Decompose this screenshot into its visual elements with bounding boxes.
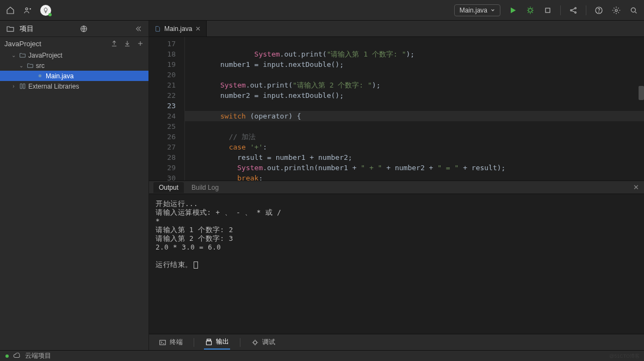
assistant-icon[interactable] <box>40 5 51 16</box>
bottom-tab-debug[interactable]: 调试 <box>250 335 276 349</box>
bottom-tab-terminal-label: 终端 <box>170 338 183 347</box>
svg-point-7 <box>599 11 599 12</box>
cloud-icon <box>13 352 21 360</box>
chevron-icon: ⌄ <box>11 52 16 58</box>
project-toolbar: JavaProject <box>0 37 148 50</box>
code-editor[interactable]: 171819202122232425262728293031 System.ou… <box>149 37 644 180</box>
java-icon <box>36 73 44 79</box>
svg-point-9 <box>631 8 635 12</box>
chevron-down-icon <box>491 8 495 13</box>
web-icon[interactable] <box>79 24 89 34</box>
main-area: 项目 JavaProject ⌄JavaProject⌄srcMain.java… <box>0 21 644 350</box>
code-content[interactable]: System.out.print("请输入第 1 个数字: "); number… <box>185 37 644 180</box>
upload-icon[interactable] <box>110 40 118 47</box>
sidebar-header: 项目 <box>0 21 148 37</box>
bottom-tab-debug-label: 调试 <box>262 338 275 347</box>
svg-point-8 <box>615 9 617 11</box>
tree-row[interactable]: ⌄JavaProject <box>0 50 148 60</box>
bottom-tab-output-label: 输出 <box>216 337 229 346</box>
share-icon[interactable] <box>568 5 578 15</box>
svg-point-11 <box>38 74 41 78</box>
collapse-sidebar-icon[interactable] <box>133 24 143 34</box>
lib-icon <box>18 83 26 90</box>
terminal-icon <box>159 339 166 346</box>
project-tree[interactable]: ⌄JavaProject⌄srcMain.java›External Libra… <box>0 50 148 350</box>
panel-tab-output[interactable]: Output <box>153 182 184 193</box>
panel-close-icon[interactable]: ✕ <box>633 183 640 191</box>
scrollbar-thumb[interactable] <box>639 86 644 100</box>
tree-row[interactable]: ›External Libraries <box>0 81 148 91</box>
collaborators-icon[interactable] <box>23 5 33 15</box>
status-bar: 云端项目 <box>0 350 644 361</box>
close-tab-icon[interactable]: ✕ <box>195 25 201 33</box>
output-panel: Output Build Log ✕ 开始运行... 请输入运算模式: + 、 … <box>149 180 644 334</box>
terminal-cursor <box>194 262 198 269</box>
help-icon[interactable] <box>594 5 604 15</box>
svg-point-0 <box>26 8 28 10</box>
output-icon <box>205 338 213 346</box>
download-icon[interactable] <box>123 40 131 47</box>
svg-point-5 <box>575 11 577 13</box>
debug-icon <box>251 339 259 346</box>
search-icon[interactable] <box>629 5 639 15</box>
tree-row[interactable]: ⌄src <box>0 60 148 71</box>
tree-label: External Libraries <box>28 83 79 90</box>
svg-rect-2 <box>546 8 550 13</box>
bottom-bar: 终端 输出 调试 <box>149 334 644 350</box>
project-name: JavaProject <box>4 40 41 48</box>
java-file-icon <box>154 26 161 32</box>
tree-label: src <box>36 62 45 70</box>
titlebar: Main.java <box>0 0 644 21</box>
panel-tab-buildlog[interactable]: Build Log <box>186 182 224 193</box>
home-icon[interactable] <box>5 5 15 15</box>
separator <box>240 338 240 347</box>
run-config-label: Main.java <box>460 7 487 14</box>
folder-icon <box>26 62 34 69</box>
sidebar-title: 项目 <box>20 24 34 34</box>
tree-label: Main.java <box>46 72 73 80</box>
bottom-tab-terminal[interactable]: 终端 <box>158 335 184 349</box>
folder-icon <box>18 52 26 59</box>
debug-button[interactable] <box>525 5 535 15</box>
chevron-icon: ⌄ <box>18 63 24 69</box>
run-button[interactable] <box>508 5 518 15</box>
editor-area: Main.java ✕ 1718192021222324252627282930… <box>149 21 644 350</box>
editor-tabs: Main.java ✕ <box>149 21 644 37</box>
svg-rect-12 <box>160 340 166 344</box>
project-panel-icon[interactable] <box>5 24 15 34</box>
separator <box>560 5 561 15</box>
add-icon[interactable] <box>137 40 144 47</box>
separator <box>194 338 194 347</box>
svg-point-1 <box>529 8 532 12</box>
stop-button[interactable] <box>543 5 553 15</box>
settings-icon[interactable] <box>611 5 621 15</box>
chevron-icon: › <box>11 83 16 89</box>
run-config-selector[interactable]: Main.java <box>454 4 500 16</box>
status-indicator <box>5 354 9 358</box>
bottom-tab-output[interactable]: 输出 <box>204 335 230 350</box>
panel-tabs: Output Build Log ✕ <box>149 181 644 194</box>
watermark: @51CTO博客 <box>609 353 640 360</box>
tree-label: JavaProject <box>28 52 63 59</box>
editor-tab-label: Main.java <box>164 25 192 33</box>
output-content[interactable]: 开始运行... 请输入运算模式: + 、 - 、 * 或 / * 请输入第 1 … <box>149 194 644 334</box>
svg-point-3 <box>571 9 572 11</box>
separator <box>586 5 586 15</box>
svg-point-4 <box>575 7 577 9</box>
output-text: 开始运行... 请输入运算模式: + 、 - 、 * 或 / * 请输入第 1 … <box>156 200 281 269</box>
tree-row[interactable]: Main.java <box>0 71 148 81</box>
editor-tab-main[interactable]: Main.java ✕ <box>149 21 207 36</box>
status-cloud-label: 云端项目 <box>25 352 51 360</box>
svg-point-13 <box>253 341 257 344</box>
line-gutter: 171819202122232425262728293031 <box>149 37 185 180</box>
sidebar: 项目 JavaProject ⌄JavaProject⌄srcMain.java… <box>0 21 149 350</box>
